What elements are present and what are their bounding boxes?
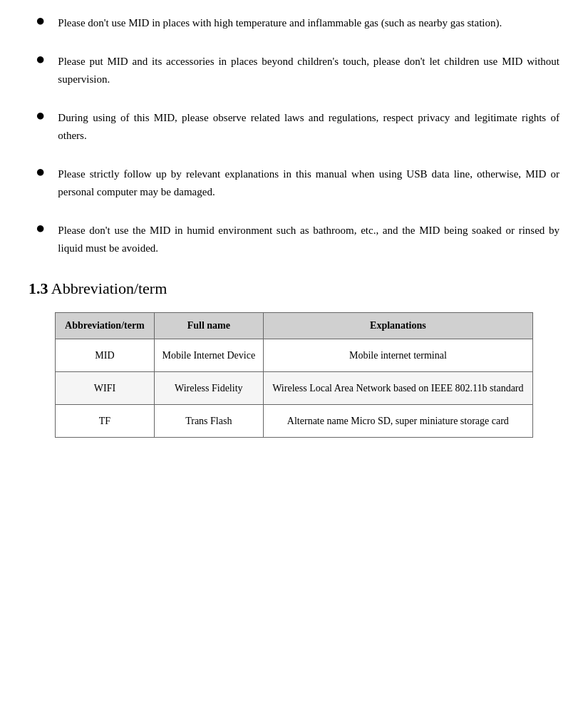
section-number: 1.3 <box>29 279 48 297</box>
cell-abbr-mid: MID <box>56 339 154 371</box>
list-item: ● Please don't use the MID in humid envi… <box>29 222 559 258</box>
table-row: TF Trans Flash Alternate name Micro SD, … <box>56 404 533 437</box>
bullet-icon: ● <box>36 106 45 125</box>
abbreviation-table: Abbreviation/term Full name Explanations… <box>55 312 533 438</box>
list-item: ● Please put MID and its accessories in … <box>29 53 559 89</box>
table-header-row: Abbreviation/term Full name Explanations <box>56 312 533 339</box>
abbreviation-table-container: Abbreviation/term Full name Explanations… <box>55 312 533 438</box>
table-row: MID Mobile Internet Device Mobile intern… <box>56 339 533 371</box>
bullet-list: ● Please don't use MID in places with hi… <box>29 14 559 258</box>
cell-abbr-wifi: WIFI <box>56 371 154 404</box>
cell-abbr-tf: TF <box>56 404 154 437</box>
col-header-abbr: Abbreviation/term <box>56 312 154 339</box>
list-item: ● Please strictly follow up by relevant … <box>29 165 559 202</box>
list-item: ● Please don't use MID in places with hi… <box>29 14 559 33</box>
cell-fullname-wifi: Wireless Fidelity <box>154 371 263 404</box>
bullet-icon: ● <box>36 219 45 237</box>
section-heading: 1.3 Abbreviation/term <box>29 279 559 298</box>
bullet-text: Please don't use MID in places with high… <box>58 14 502 33</box>
bullet-icon: ● <box>36 11 45 30</box>
col-header-explanations: Explanations <box>264 312 533 339</box>
cell-explanation-mid: Mobile internet terminal <box>264 339 533 371</box>
section-title: Abbreviation/term <box>51 279 167 297</box>
cell-explanation-tf: Alternate name Micro SD, super miniature… <box>264 404 533 437</box>
bullet-icon: ● <box>36 50 45 68</box>
bullet-text: Please don't use the MID in humid enviro… <box>58 222 559 258</box>
bullet-text: Please put MID and its accessories in pl… <box>58 53 559 89</box>
cell-fullname-tf: Trans Flash <box>154 404 263 437</box>
list-item: ● During using of this MID, please obser… <box>29 109 559 145</box>
cell-fullname-mid: Mobile Internet Device <box>154 339 263 371</box>
col-header-fullname: Full name <box>154 312 263 339</box>
cell-explanation-wifi: Wireless Local Area Network based on IEE… <box>264 371 533 404</box>
bullet-text: Please strictly follow up by relevant ex… <box>58 165 559 202</box>
bullet-icon: ● <box>36 163 45 181</box>
table-row: WIFI Wireless Fidelity Wireless Local Ar… <box>56 371 533 404</box>
bullet-text: During using of this MID, please observe… <box>58 109 559 145</box>
